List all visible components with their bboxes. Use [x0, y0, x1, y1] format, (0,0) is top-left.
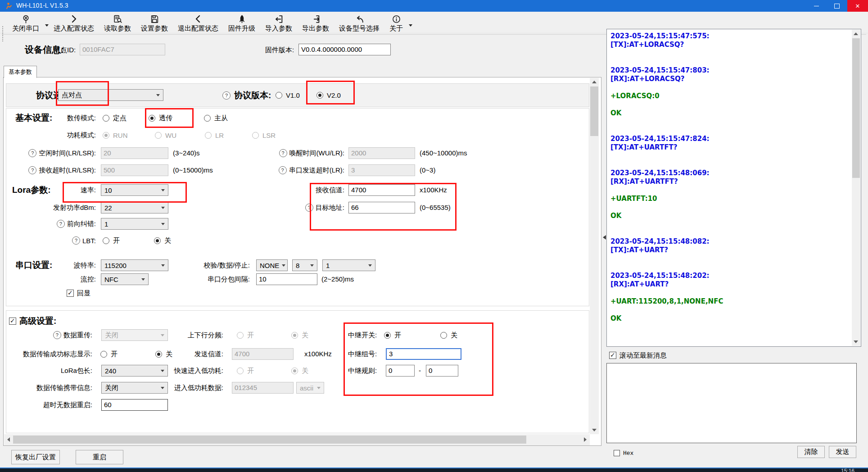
- radio-relay-on[interactable]: 开: [384, 329, 401, 341]
- split-interval-label: 串口分包间隔:: [152, 273, 250, 285]
- databits-combo[interactable]: 8: [292, 259, 317, 271]
- radio-relay-off[interactable]: 关: [440, 329, 457, 341]
- relay-group-input[interactable]: 3: [386, 348, 461, 360]
- wake-time-help-icon[interactable]: ?: [279, 149, 287, 157]
- clear-button[interactable]: 清除: [797, 446, 825, 458]
- form-horizontal-scrollbar[interactable]: [4, 434, 590, 445]
- target-addr-input[interactable]: 66: [348, 202, 415, 213]
- fec-label: ?前向纠错:: [17, 218, 96, 230]
- toolbar-about-button[interactable]: 关于: [384, 12, 408, 33]
- chevron-down-icon: [156, 94, 160, 96]
- radio-protocol-v2[interactable]: V2.0: [316, 89, 341, 101]
- log-vertical-scrollbar[interactable]: [852, 30, 860, 346]
- form-vscroll-thumb[interactable]: [590, 86, 598, 136]
- hex-checkbox[interactable]: Hex: [614, 447, 633, 459]
- fec-combo[interactable]: 1: [101, 218, 168, 230]
- protocol-combo[interactable]: 点对点: [58, 89, 163, 101]
- stopbits-combo[interactable]: 1: [322, 259, 375, 271]
- log-line: +UART:115200,8,1,NONE,NFC: [610, 297, 851, 306]
- about-dropdown-caret[interactable]: [409, 24, 412, 27]
- lbt-help-icon[interactable]: ?: [72, 236, 80, 245]
- relay-rule-from-input[interactable]: 0: [386, 365, 415, 377]
- maximize-button[interactable]: [827, 0, 847, 12]
- echo-label: 回显: [77, 289, 90, 298]
- log-vscroll-thumb[interactable]: [852, 38, 860, 178]
- toolbar-read-params-button[interactable]: 读取参数: [99, 12, 136, 33]
- toolbar-set-params-button[interactable]: 设置参数: [136, 12, 173, 33]
- at-log-view[interactable]: 2023-05-24,15:15:47:575:[TX]:AT+LORACSQ?…: [606, 29, 861, 347]
- form-hscroll-thumb[interactable]: [13, 436, 526, 444]
- power-mode-label: 功耗模式:: [17, 129, 96, 141]
- protocol-version-help-icon[interactable]: ?: [222, 91, 231, 100]
- rx-channel-input[interactable]: 4700: [348, 184, 415, 196]
- toolbar-export-params-label: 导出参数: [302, 24, 329, 33]
- lp-data-input[interactable]: 012345: [232, 382, 294, 394]
- flow-combo[interactable]: NFC: [101, 273, 149, 285]
- idle-time-help-icon[interactable]: ?: [28, 149, 36, 157]
- tx-channel-input[interactable]: 4700: [232, 348, 294, 360]
- relay-switch-label: 中继开关:: [348, 329, 377, 341]
- radio-lbt-off[interactable]: 关: [154, 235, 171, 246]
- minimize-button[interactable]: [806, 0, 827, 12]
- toolbar-close-port-label: 关闭串口: [12, 24, 39, 33]
- radio-lbt-on[interactable]: 开: [103, 235, 120, 246]
- toolbar-exit-config-button[interactable]: 退出配置状态: [173, 12, 223, 33]
- info-icon: [392, 14, 401, 24]
- close-port-dropdown-caret[interactable]: [45, 24, 49, 27]
- taskbar: 15:16: [0, 467, 868, 472]
- timeout-restart-label: 超时无数据重启:: [4, 399, 92, 411]
- toolbar-firmware-upgrade-button[interactable]: 固件升级: [223, 12, 260, 33]
- firmware-input[interactable]: V0.0.4.000000.0000: [298, 44, 391, 55]
- uart-timeout-input[interactable]: 3: [348, 164, 415, 176]
- toolbar-enter-config-button[interactable]: 进入配置状态: [49, 12, 99, 33]
- send-input-area[interactable]: [606, 363, 857, 443]
- restart-button[interactable]: 重启: [76, 450, 123, 464]
- idle-time-input[interactable]: 20: [101, 147, 168, 159]
- toolbar-close-port-button[interactable]: 关闭串口: [7, 12, 44, 33]
- relay-rule-to-input[interactable]: 0: [426, 365, 458, 377]
- lp-data-label: 进入低功耗数据:: [130, 382, 223, 394]
- retrans-help-icon[interactable]: ?: [53, 331, 61, 339]
- toolbar-model-select-button[interactable]: 设备型号选择: [334, 12, 384, 33]
- log-line: +UARTFT:10: [610, 195, 851, 203]
- split-interval-input[interactable]: 10: [256, 273, 317, 285]
- uart-timeout-help-icon[interactable]: ?: [279, 166, 287, 174]
- splitter-collapse-handle[interactable]: [603, 235, 606, 240]
- radio-mode-fixed[interactable]: 定点: [103, 112, 127, 124]
- rx-timeout-help-icon[interactable]: ?: [28, 166, 36, 174]
- echo-checkbox[interactable]: 回显: [67, 287, 90, 299]
- radio-mode-master-slave[interactable]: 主从: [204, 112, 228, 124]
- tx-power-label: 发射功率dBm:: [17, 202, 96, 213]
- wake-time-input[interactable]: 2000: [348, 147, 415, 159]
- log-line: [610, 306, 851, 314]
- toolbar-import-params-button[interactable]: 导入参数: [260, 12, 297, 33]
- toolbar-export-params-button[interactable]: 导出参数: [297, 12, 334, 33]
- rate-combo[interactable]: 10: [101, 184, 168, 196]
- radio-protocol-v1[interactable]: V1.0: [276, 89, 300, 101]
- log-line: OK: [610, 314, 851, 323]
- rx-timeout-input[interactable]: 500: [101, 164, 168, 176]
- uart-timeout-hint: (0~3): [420, 164, 435, 176]
- radio-flag-on[interactable]: 开: [100, 348, 118, 360]
- rate-label: 速率:: [17, 184, 96, 196]
- target-addr-label: ?目标地址:: [247, 202, 344, 213]
- checkbox-checked-icon: [9, 318, 16, 325]
- protocol-version-label: 协议版本:: [234, 90, 271, 101]
- scroll-latest-checkbox[interactable]: 滚动至最新消息: [609, 349, 667, 361]
- parity-combo[interactable]: NONE: [256, 259, 288, 271]
- advanced-enable-checkbox[interactable]: 高级设置:: [9, 315, 56, 327]
- fec-help-icon[interactable]: ?: [57, 220, 65, 228]
- factory-reset-button[interactable]: 恢复出厂设置: [11, 450, 60, 464]
- config-form-panel: 协议选择: 点对点 ? 协议版本: V1.0 V2.0 基本设置: 数传模式: …: [3, 77, 601, 446]
- target-addr-help-icon[interactable]: ?: [305, 204, 313, 212]
- radio-mode-transparent[interactable]: 透传: [149, 112, 172, 124]
- tab-basic-params[interactable]: 基本参数: [4, 66, 37, 78]
- node-id-input[interactable]: 0010FAC7: [80, 44, 165, 55]
- tx-power-combo[interactable]: 22: [101, 202, 168, 213]
- checkbox-checked-icon: [609, 352, 616, 359]
- form-vertical-scrollbar[interactable]: [590, 78, 599, 434]
- timeout-restart-input[interactable]: 60: [101, 399, 168, 411]
- send-button[interactable]: 发送: [829, 446, 856, 458]
- close-button[interactable]: ✕: [847, 0, 868, 12]
- log-line: [610, 152, 851, 160]
